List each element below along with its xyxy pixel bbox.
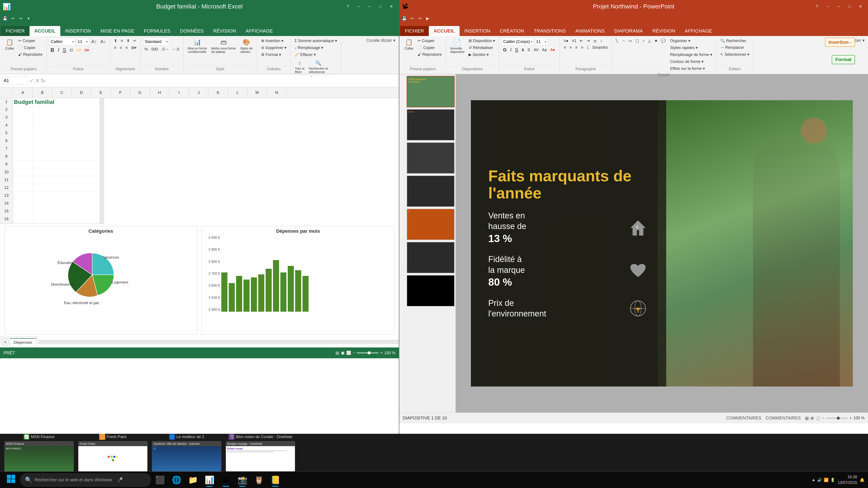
excel-comma-btn[interactable]: 000	[150, 46, 159, 52]
excel-hscrollbar[interactable]	[38, 340, 399, 344]
ppt-coller-btn[interactable]: 📋 Coller	[403, 38, 415, 52]
bar-1[interactable]	[221, 272, 227, 312]
ppt-zoom-out[interactable]: −	[822, 416, 825, 420]
bar-9[interactable]	[280, 272, 286, 312]
ppt-align-left-btn[interactable]: ≡	[562, 45, 567, 51]
excel-styles-btn[interactable]: 🎨 Styles decellules	[238, 38, 254, 55]
slide-thumb-4[interactable]	[407, 175, 455, 207]
excel-couper-btn[interactable]: ✂ Couper	[17, 38, 44, 44]
ppt-minimize-btn[interactable]: ─	[834, 3, 844, 10]
ppt-font-size-combo[interactable]: 11 ▾	[535, 38, 548, 45]
ppt-indent-left-btn[interactable]: ⇤	[579, 38, 584, 44]
excel-save-icon[interactable]: 💾	[2, 15, 8, 22]
excel-tab-affichage[interactable]: AFFICHAGE	[241, 26, 278, 36]
ppt-ribbon-toggle-btn[interactable]: −	[823, 3, 833, 10]
bar-8[interactable]	[273, 260, 279, 312]
ppt-tab-creation[interactable]: CRÉATION	[495, 26, 529, 36]
slide-thumb-7[interactable]	[407, 275, 455, 306]
ppt-shape-rect[interactable]: ▭	[627, 38, 633, 44]
bar-12[interactable]	[303, 276, 309, 312]
bar-11[interactable]	[295, 270, 301, 312]
ppt-case-btn[interactable]: Aa	[541, 47, 548, 53]
web-preview-win[interactable]: Système Ville de Nantes - Internet 🌐	[152, 441, 221, 471]
excel-border-btn[interactable]: ⊡	[68, 47, 74, 53]
ppt-tab-revision[interactable]: RÉVISION	[648, 26, 680, 36]
bar-3[interactable]	[236, 276, 242, 312]
ppt-strikethrough-btn[interactable]: S̶	[520, 47, 525, 53]
excel-view-normal[interactable]: ▤	[336, 351, 339, 355]
ppt-indent-right-btn[interactable]: ⇥	[585, 38, 591, 44]
excel-ribbon-toggle-btn[interactable]: −	[354, 3, 364, 10]
excel-align-bottom-btn[interactable]: ⬇	[125, 38, 131, 44]
bar-7[interactable]	[266, 269, 272, 312]
cell-a1[interactable]: Budget familial	[13, 98, 100, 106]
excel-align-middle-btn[interactable]: ≡	[119, 38, 124, 44]
cell-a14[interactable]	[13, 199, 33, 207]
excel-supprimer-btn[interactable]: ⊖ Supprimer ▾	[260, 45, 288, 51]
excel-tab-insertion[interactable]: INSERTION	[60, 26, 96, 36]
excel-merge-btn[interactable]: ⊞▾	[130, 45, 138, 51]
excel-italic-btn[interactable]: I	[56, 46, 61, 54]
slide-thumb-1[interactable]: Faits marquantsde l'année	[407, 76, 455, 107]
ppt-tab-diaporama[interactable]: DIAPORAMA	[609, 26, 648, 36]
ppt-font-name-combo[interactable]: Calibri (Corps) ▾	[502, 38, 534, 45]
cell-a12[interactable]	[13, 184, 33, 192]
ppt-shape-rounded[interactable]: ▢	[634, 38, 640, 44]
excel-close-btn[interactable]: ✕	[386, 3, 396, 10]
excel-maximize-btn[interactable]: □	[375, 3, 385, 10]
paint-preview-win[interactable]: Fresh Paint 🌳	[78, 441, 148, 471]
excel-new-sheet-btn[interactable]: +	[2, 339, 9, 346]
cell-a7[interactable]	[13, 145, 33, 153]
ppt-couper-btn[interactable]: ✂ Couper	[416, 38, 443, 44]
ppt-nouvelle-diapo-btn[interactable]: 📄 Nouvellediapositive	[448, 38, 466, 55]
taskbar-search-box[interactable]: 🔍 Rechercher sur le web et dans Windows …	[21, 474, 151, 486]
bar-4[interactable]	[244, 280, 250, 312]
excel-effacer-btn[interactable]: 🧹 Effacer ▾	[293, 52, 317, 58]
taskbar-icon-task-view[interactable]: ⬛	[152, 473, 167, 488]
excel-tab-mise-en-page[interactable]: MISE EN PAGE	[96, 26, 139, 36]
ppt-effets-forme-btn[interactable]: Effets sur la forme ▾	[669, 65, 706, 72]
ppt-shape-callout[interactable]: 💬	[660, 38, 667, 44]
taskbar-icon-excel[interactable]: 📊	[202, 473, 217, 488]
ppt-view-grid[interactable]: ⊞	[810, 416, 814, 421]
slide-thumb-5[interactable]: ●	[407, 209, 455, 240]
excel-bold-btn[interactable]: B	[49, 46, 56, 54]
excel-help-btn[interactable]: ?	[343, 3, 353, 10]
excel-zoom-in[interactable]: +	[380, 351, 382, 355]
taskbar-icon-explorer[interactable]: 📁	[185, 473, 200, 488]
ppt-remplissage-forme-btn[interactable]: Remplissage de forme ▾	[669, 52, 713, 58]
excel-tab-donnees[interactable]: DONNÉES	[175, 26, 209, 36]
excel-align-right-btn[interactable]: ≡	[124, 45, 129, 51]
cell-a2[interactable]	[13, 106, 33, 113]
ppt-section-btn[interactable]: ▶ Section ▾	[467, 52, 496, 58]
ppt-tab-animations[interactable]: ANIMATIONS	[570, 26, 609, 36]
ppt-convert-btn[interactable]: SmartArt	[591, 45, 609, 51]
excel-font-size-combo[interactable]: 11 ▾	[76, 38, 89, 45]
cell-a6[interactable]	[13, 137, 33, 145]
ppt-reproduire-btn[interactable]: 🖌 Reproduire	[416, 52, 443, 58]
ppt-help-btn[interactable]: ?	[812, 3, 822, 10]
cell-a4[interactable]	[13, 122, 33, 129]
ppt-comments-btn[interactable]: COMMENTAIRES	[726, 416, 761, 421]
bar-6[interactable]	[258, 274, 264, 312]
cell-a13[interactable]	[13, 192, 33, 199]
bar-5[interactable]	[251, 278, 257, 312]
cell-a11[interactable]	[13, 176, 33, 184]
excel-vscrollbar[interactable]	[100, 98, 104, 224]
cell-a3[interactable]	[13, 113, 33, 122]
excel-reproduire-btn[interactable]: 🖌 Reproduire	[17, 52, 44, 58]
onenote-preview-win[interactable]: Budget voyage - OneNote Budget voyage	[226, 441, 295, 471]
excel-coller-btn[interactable]: 📋 Coller	[3, 38, 16, 52]
time-display[interactable]: 16:30 13/07/2015	[838, 474, 857, 485]
ppt-shape-line[interactable]: ╲	[614, 38, 619, 44]
ppt-maximize-btn[interactable]: □	[844, 3, 855, 10]
excel-rechercher-btn[interactable]: 🔍 Rechercher etsélectionner	[307, 59, 330, 75]
ppt-disposition-btn[interactable]: ⊞ Disposition ▾	[467, 38, 496, 44]
excel-format-combo[interactable]: Standard ▾	[143, 38, 169, 45]
excel-trier-btn[interactable]: ↕ Trier etfiltrer	[293, 59, 306, 75]
ppt-styles-rapides-btn[interactable]: Styles rapides ▾	[669, 45, 713, 51]
ppt-text-direction-btn[interactable]: ⤵	[586, 45, 590, 51]
excel-view-preview[interactable]: ⬜	[346, 351, 351, 355]
tray-up-arrow[interactable]: ▲	[812, 478, 815, 482]
excel-zoom-out[interactable]: −	[353, 351, 355, 355]
